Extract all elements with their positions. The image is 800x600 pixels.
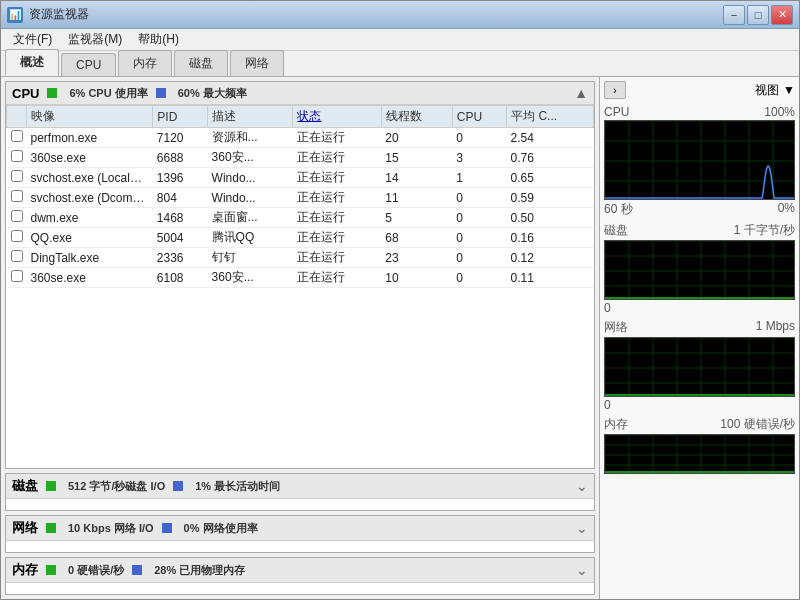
network-stat1-icon: [46, 523, 56, 533]
row-avg-cpu: 0.50: [507, 208, 594, 228]
row-threads: 5: [381, 208, 452, 228]
cpu-stat1: 6% CPU 使用率: [69, 86, 147, 101]
col-image[interactable]: 映像: [27, 106, 153, 128]
tab-cpu[interactable]: CPU: [61, 53, 116, 76]
cpu-chart-bottom: 60 秒 0%: [604, 201, 795, 218]
table-row: DingTalk.exe2336钉钉正在运行2300.12: [7, 248, 594, 268]
row-image: dwm.exe: [27, 208, 153, 228]
memory-stat1: 0 硬错误/秒: [68, 563, 124, 578]
col-pid[interactable]: PID: [153, 106, 208, 128]
row-checkbox[interactable]: [7, 208, 27, 228]
disk-canvas: [605, 241, 795, 300]
row-status: 正在运行: [293, 268, 381, 288]
memory-header-left: 内存 0 硬错误/秒 28% 已用物理内存: [12, 561, 245, 579]
row-cpu: 0: [452, 268, 506, 288]
row-image: QQ.exe: [27, 228, 153, 248]
memory-section: 内存 0 硬错误/秒 28% 已用物理内存 ⌄: [5, 557, 595, 595]
cpu-canvas: [605, 121, 795, 200]
row-checkbox[interactable]: [7, 228, 27, 248]
network-chart-min: 0: [604, 398, 611, 412]
disk-stat1-icon: [46, 481, 56, 491]
app-icon: 📊: [7, 7, 23, 23]
minimize-button[interactable]: −: [723, 5, 745, 25]
row-cpu: 0: [452, 228, 506, 248]
row-status: 正在运行: [293, 188, 381, 208]
menu-monitor[interactable]: 监视器(M): [60, 29, 130, 50]
memory-chevron-icon[interactable]: ⌄: [576, 562, 588, 578]
col-threads[interactable]: 线程数: [381, 106, 452, 128]
row-checkbox[interactable]: [7, 248, 27, 268]
main-panel: CPU 6% CPU 使用率 60% 最大频率 ▲ 映像: [1, 77, 599, 599]
view-label: 视图: [755, 82, 779, 99]
cpu-chevron-icon[interactable]: ▲: [574, 85, 588, 101]
cpu-label: CPU: [12, 86, 39, 101]
row-pid: 1468: [153, 208, 208, 228]
network-header-left: 网络 10 Kbps 网络 I/O 0% 网络使用率: [12, 519, 258, 537]
row-avg-cpu: 0.12: [507, 248, 594, 268]
network-section-header[interactable]: 网络 10 Kbps 网络 I/O 0% 网络使用率 ⌄: [6, 516, 594, 541]
cpu-chart-label: CPU 100%: [604, 105, 795, 119]
memory-chart-container: 内存 100 硬错误/秒: [604, 416, 795, 474]
menu-help[interactable]: 帮助(H): [130, 29, 187, 50]
side-nav-button[interactable]: ›: [604, 81, 626, 99]
tab-network[interactable]: 网络: [230, 50, 284, 76]
cpu-chart-container: CPU 100% 60 秒 0%: [604, 105, 795, 218]
network-stat2-icon: [162, 523, 172, 533]
row-checkbox[interactable]: [7, 168, 27, 188]
network-label: 网络: [12, 519, 38, 537]
row-desc: 腾讯QQ: [208, 228, 293, 248]
row-threads: 14: [381, 168, 452, 188]
row-status: 正在运行: [293, 128, 381, 148]
disk-chart-label: 磁盘 1 千字节/秒: [604, 222, 795, 239]
network-chevron-icon[interactable]: ⌄: [576, 520, 588, 536]
cpu-process-table: 映像 PID 描述 状态 线程数 CPU 平均 C... perfmon.exe…: [6, 105, 594, 288]
disk-section: 磁盘 512 字节/秒磁盘 I/O 1% 最长活动时间 ⌄: [5, 473, 595, 511]
col-desc[interactable]: 描述: [208, 106, 293, 128]
row-image: perfmon.exe: [27, 128, 153, 148]
table-row: QQ.exe5004腾讯QQ正在运行6800.16: [7, 228, 594, 248]
col-avg-cpu[interactable]: 平均 C...: [507, 106, 594, 128]
title-bar: 📊 资源监视器 − □ ✕: [1, 1, 799, 29]
disk-header-left: 磁盘 512 字节/秒磁盘 I/O 1% 最长活动时间: [12, 477, 280, 495]
col-status[interactable]: 状态: [293, 106, 381, 128]
menu-bar: 文件(F) 监视器(M) 帮助(H): [1, 29, 799, 51]
row-checkbox[interactable]: [7, 188, 27, 208]
row-checkbox[interactable]: [7, 148, 27, 168]
window-title: 资源监视器: [29, 6, 89, 23]
menu-file[interactable]: 文件(F): [5, 29, 60, 50]
row-threads: 68: [381, 228, 452, 248]
network-chart-container: 网络 1 Mbps 0: [604, 319, 795, 412]
cpu-section-header[interactable]: CPU 6% CPU 使用率 60% 最大频率 ▲: [6, 82, 594, 105]
memory-chart-max: 100 硬错误/秒: [720, 416, 795, 433]
col-cpu[interactable]: CPU: [452, 106, 506, 128]
row-pid: 5004: [153, 228, 208, 248]
cpu-stat2: 60% 最大频率: [178, 86, 247, 101]
memory-section-header[interactable]: 内存 0 硬错误/秒 28% 已用物理内存 ⌄: [6, 558, 594, 583]
row-avg-cpu: 0.11: [507, 268, 594, 288]
table-row: dwm.exe1468桌面窗...正在运行500.50: [7, 208, 594, 228]
row-image: DingTalk.exe: [27, 248, 153, 268]
row-cpu: 3: [452, 148, 506, 168]
view-dropdown[interactable]: 视图 ▼: [755, 82, 795, 99]
maximize-button[interactable]: □: [747, 5, 769, 25]
view-dropdown-icon: ▼: [783, 83, 795, 97]
row-checkbox[interactable]: [7, 268, 27, 288]
disk-chevron-icon[interactable]: ⌄: [576, 478, 588, 494]
tab-disk[interactable]: 磁盘: [174, 50, 228, 76]
disk-chart: [604, 240, 795, 300]
disk-section-header[interactable]: 磁盘 512 字节/秒磁盘 I/O 1% 最长活动时间 ⌄: [6, 474, 594, 499]
row-status: 正在运行: [293, 148, 381, 168]
row-desc: Windo...: [208, 188, 293, 208]
side-toolbar: › 视图 ▼: [604, 81, 795, 99]
network-chart-label: 网络 1 Mbps: [604, 319, 795, 336]
cpu-table-header: 映像 PID 描述 状态 线程数 CPU 平均 C...: [7, 106, 594, 128]
row-cpu: 0: [452, 128, 506, 148]
close-button[interactable]: ✕: [771, 5, 793, 25]
cpu-chart-time: 60 秒: [604, 201, 633, 218]
row-pid: 2336: [153, 248, 208, 268]
tab-overview[interactable]: 概述: [5, 49, 59, 76]
row-checkbox[interactable]: [7, 128, 27, 148]
tab-memory[interactable]: 内存: [118, 50, 172, 76]
cpu-table: 映像 PID 描述 状态 线程数 CPU 平均 C... perfmon.exe…: [6, 105, 594, 468]
cpu-table-body: perfmon.exe7120资源和...正在运行2002.54360se.ex…: [7, 128, 594, 288]
